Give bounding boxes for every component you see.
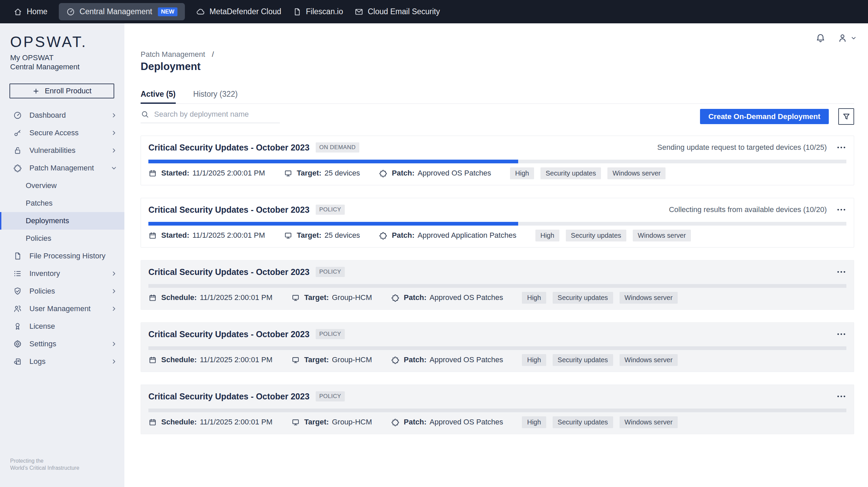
- deployment-details: Schedule:11/1/2025 2:00:01 PM Target:Gro…: [148, 352, 846, 367]
- main-content: Patch Management / Deployment Active (5)…: [124, 23, 868, 487]
- chevron-right-icon: [110, 147, 118, 154]
- breadcrumb: Patch Management /: [141, 50, 214, 59]
- file-icon: [13, 252, 22, 260]
- sidebar-item-policies[interactable]: Policies: [0, 230, 124, 247]
- sidebar-item-logs[interactable]: Logs: [0, 353, 124, 370]
- new-badge: NEW: [158, 7, 177, 16]
- deployment-type-badge: POLICY: [316, 267, 345, 277]
- search-input[interactable]: [154, 110, 280, 119]
- tag-chip: High: [522, 416, 546, 428]
- deployment-card-header: Critical Security Updates - October 2023…: [148, 323, 846, 339]
- sidebar-nav: Dashboard Secure Access Vulnerabilities …: [0, 107, 124, 370]
- deployment-list: Critical Security Updates - October 2023…: [141, 136, 854, 447]
- chevron-down-icon: [850, 34, 857, 42]
- deployment-card-header: Critical Security Updates - October 2023…: [148, 385, 846, 401]
- filter-button[interactable]: [838, 108, 854, 125]
- award-icon: [13, 322, 22, 331]
- page-title: Deployment: [141, 61, 200, 73]
- monitor-icon: [291, 294, 300, 302]
- sidebar-item-label: Patch Management: [29, 164, 94, 172]
- deployment-details: Started:11/1/2025 2:00:01 PM Target:25 d…: [148, 228, 846, 243]
- tab-active[interactable]: Active (5): [141, 90, 176, 103]
- sidebar-item-patches[interactable]: Patches: [0, 194, 124, 212]
- calendar-icon: [148, 356, 157, 364]
- schedule-detail: Schedule:11/1/2025 2:00:01 PM: [148, 355, 272, 364]
- deployment-card: Critical Security Updates - October 2023…: [141, 322, 854, 372]
- deployment-type-badge: POLICY: [316, 391, 345, 401]
- sidebar-item-label: Dashboard: [29, 111, 66, 120]
- progress-bar: [148, 346, 846, 350]
- bell-icon[interactable]: [815, 33, 826, 43]
- person-icon: [837, 33, 848, 43]
- create-deployment-button[interactable]: Create On-Demand Deployment: [700, 109, 829, 124]
- topbar-item-metadefender-cloud[interactable]: MetaDefender Cloud: [196, 7, 281, 16]
- deployment-type-badge: POLICY: [316, 329, 345, 339]
- tag-list: HighSecurity updatesWindows server: [510, 167, 666, 179]
- sidebar-item-file-processing-history[interactable]: File Processing History: [0, 247, 124, 265]
- topbar-item-cloud-email-security[interactable]: Cloud Email Security: [355, 7, 440, 16]
- sidebar-item-label: Inventory: [29, 269, 60, 278]
- progress-bar: [148, 160, 846, 163]
- calendar-icon: [148, 169, 157, 178]
- sidebar-item-settings[interactable]: Settings: [0, 335, 124, 353]
- envelope-icon: [355, 7, 363, 16]
- schedule-detail: Schedule:11/1/2025 2:00:01 PM: [148, 418, 272, 426]
- sidebar-subitem-label: Deployments: [26, 216, 69, 225]
- target-detail: Target:25 devices: [284, 231, 360, 240]
- progress-bar-fill: [148, 222, 518, 226]
- chevron-right-icon: [110, 305, 118, 312]
- dashboard-icon: [13, 111, 22, 120]
- sidebar-item-patch-management[interactable]: Patch Management: [0, 159, 124, 177]
- patch-detail: Patch:Approved OS Patches: [379, 169, 491, 178]
- sidebar-item-secure-access[interactable]: Secure Access: [0, 124, 124, 142]
- patch-detail: Patch:Approved OS Patches: [391, 293, 503, 302]
- tab-bar: Active (5) History (322): [141, 90, 854, 104]
- sidebar-item-vulnerabilities[interactable]: Vulnerabilities: [0, 142, 124, 159]
- enroll-product-button[interactable]: Enroll Product: [9, 84, 114, 98]
- monitor-icon: [284, 231, 292, 240]
- more-actions-icon[interactable]: [836, 267, 846, 277]
- sidebar-footer: Protecting the World's Critical Infrastr…: [10, 457, 79, 471]
- sidebar-item-deployments[interactable]: Deployments: [0, 212, 124, 230]
- target-detail: Target:Group-HCM: [291, 355, 372, 364]
- tag-chip: Security updates: [553, 416, 613, 428]
- tag-chip: High: [510, 167, 534, 179]
- more-actions-icon[interactable]: [836, 391, 846, 401]
- more-actions-icon[interactable]: [836, 329, 846, 339]
- deployment-details: Started:11/1/2025 2:00:01 PM Target:25 d…: [148, 166, 846, 181]
- sidebar-item-label: Settings: [29, 340, 56, 348]
- user-menu[interactable]: [837, 33, 857, 43]
- sidebar-item-inventory[interactable]: Inventory: [0, 265, 124, 282]
- target-detail: Target:Group-HCM: [291, 293, 372, 302]
- patch-detail: Patch:Approved Application Patches: [379, 231, 516, 240]
- sidebar-item-user-management[interactable]: User Management: [0, 300, 124, 318]
- home-icon: [14, 7, 22, 16]
- sidebar-item-policies[interactable]: Policies: [0, 282, 124, 300]
- breadcrumb-separator: /: [212, 50, 214, 59]
- topbar-item-home[interactable]: Home: [14, 7, 47, 16]
- calendar-icon: [148, 294, 157, 302]
- progress-bar-fill: [148, 160, 518, 163]
- deployment-type-badge: POLICY: [316, 205, 345, 215]
- breadcrumb-link[interactable]: Patch Management: [141, 50, 205, 59]
- schedule-detail: Schedule:11/1/2025 2:00:01 PM: [148, 293, 272, 302]
- topbar-item-filescan-io[interactable]: Filescan.io: [293, 7, 343, 16]
- monitor-icon: [291, 418, 300, 426]
- sidebar-item-license[interactable]: License: [0, 318, 124, 335]
- chevron-right-icon: [110, 112, 118, 119]
- tag-list: HighSecurity updatesWindows server: [522, 292, 677, 304]
- more-actions-icon[interactable]: [836, 142, 846, 153]
- sidebar-item-label: License: [29, 322, 55, 331]
- tag-chip: Security updates: [540, 167, 601, 179]
- tab-history[interactable]: History (322): [193, 90, 238, 103]
- tag-chip: Security updates: [566, 230, 626, 241]
- key-icon: [13, 129, 22, 137]
- sidebar-item-overview[interactable]: Overview: [0, 177, 124, 194]
- topbar-item-central-management[interactable]: Central Management NEW: [59, 3, 185, 20]
- deployment-type-badge: ON DEMAND: [316, 142, 360, 153]
- tag-list: HighSecurity updatesWindows server: [535, 230, 691, 241]
- sidebar-item-label: Vulnerabilities: [29, 146, 75, 155]
- sidebar-item-dashboard[interactable]: Dashboard: [0, 107, 124, 124]
- puzzle-icon: [13, 164, 22, 172]
- more-actions-icon[interactable]: [836, 205, 846, 215]
